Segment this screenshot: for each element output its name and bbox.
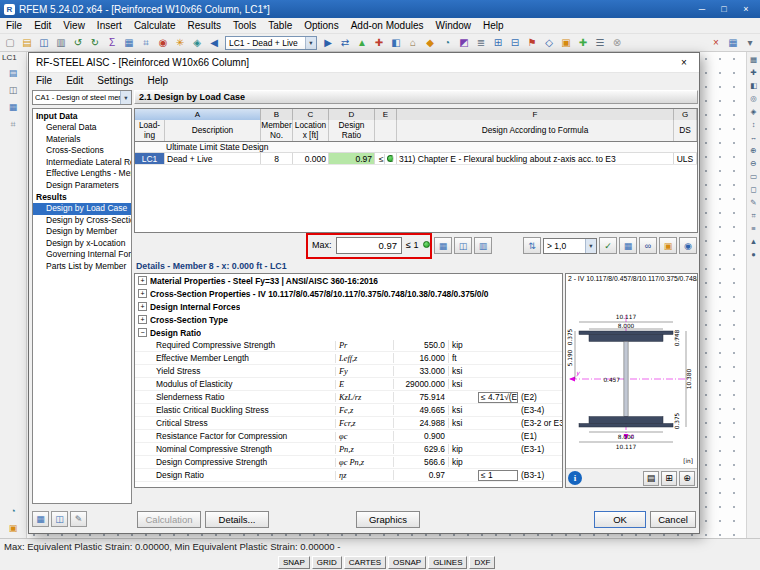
cancel-button[interactable]: Cancel — [650, 511, 696, 528]
tables-icon[interactable]: ▦ — [121, 35, 137, 50]
swap-icon[interactable]: ⇄ — [337, 35, 353, 50]
nav-item[interactable]: Design by Load Case — [33, 203, 131, 215]
status-toggle[interactable]: GRID — [312, 556, 342, 569]
print-icon[interactable]: ▥ — [53, 35, 69, 50]
cell-loading[interactable]: LC1 — [135, 153, 165, 164]
details-row[interactable]: Modulus of Elasticity E 29000.000 ksi — [135, 378, 562, 391]
details-group-row[interactable]: + Cross-Section Properties - IV 10.117/8… — [135, 287, 562, 300]
details-row[interactable]: Effective Member Length Leff,z 16.000 ft — [135, 352, 562, 365]
isometric-view-icon[interactable]: ◎ — [748, 93, 760, 104]
result-diagram-icon[interactable]: ▥ — [474, 237, 492, 254]
details-row[interactable]: Design Compressive Strength φc Pn,z 566.… — [135, 456, 562, 469]
zoom-window-icon[interactable]: ▦ — [748, 54, 760, 65]
details-button[interactable]: Details... — [205, 511, 269, 528]
pan-vertical-icon[interactable]: ↕ — [748, 119, 760, 130]
nav-root-input-data[interactable]: Input Data — [33, 110, 131, 122]
relation-scale-icon[interactable]: ◫ — [454, 237, 472, 254]
details-row[interactable]: Slenderness Ratio KzL/rz 75.914 ≤ 4.71√(… — [135, 391, 562, 404]
filter-table-icon[interactable]: ▦ — [619, 237, 637, 254]
add-module-icon[interactable]: ✚ — [371, 35, 387, 50]
cell-description[interactable]: Dead + Live — [165, 153, 261, 164]
menu-item[interactable]: Window — [430, 19, 478, 32]
select-box-icon[interactable]: ▭ — [748, 171, 760, 182]
menu-item[interactable]: Edit — [28, 19, 57, 32]
tables-toggle-icon[interactable]: ▦ — [6, 100, 21, 114]
view-3d-icon[interactable]: ◈ — [189, 35, 205, 50]
expander-icon[interactable]: − — [138, 328, 147, 337]
column-letter[interactable]: B — [261, 109, 293, 120]
view-xy-icon[interactable]: ◧ — [748, 80, 760, 91]
project-navigator-icon[interactable]: ▤ — [6, 66, 21, 80]
table-icon[interactable]: ▦ — [725, 35, 741, 50]
dialog-menu-item[interactable]: Help — [141, 75, 176, 86]
dialog-menu-item[interactable]: File — [29, 75, 59, 86]
details-row[interactable]: Critical Stress Fcr,z 24.988 ksi (E3-2 o… — [135, 417, 562, 430]
calculate-icon[interactable]: Σ — [104, 35, 120, 50]
layer-icon[interactable]: ▣ — [6, 521, 21, 535]
show-deformation-icon[interactable]: ▲ — [354, 35, 370, 50]
maximize-button[interactable]: □ — [714, 2, 734, 16]
status-toggle[interactable]: SNAP — [278, 556, 310, 569]
zoom-section-icon[interactable]: ⊕ — [679, 471, 695, 486]
max-value-field[interactable]: 0.97 — [336, 237, 402, 254]
menu-item[interactable]: Options — [298, 19, 344, 32]
column-letter[interactable]: C — [293, 109, 329, 120]
details-group-row[interactable]: + Design Internal Forces — [135, 300, 562, 313]
layers-icon[interactable]: ☰ — [592, 35, 608, 50]
pan-horizontal-icon[interactable]: ↔ — [748, 132, 760, 143]
orient-icon[interactable]: ▲ — [748, 236, 760, 247]
zoom-in-view-icon[interactable]: ⊕ — [748, 145, 760, 156]
menu-item[interactable]: Insert — [91, 19, 128, 32]
results-icon[interactable]: ◉ — [155, 35, 171, 50]
more-icon[interactable]: ▾ — [742, 35, 758, 50]
expander-icon[interactable]: + — [138, 315, 147, 324]
details-group-row[interactable]: + Cross-Section Type — [135, 313, 562, 326]
menu-item[interactable]: Table — [262, 19, 298, 32]
grid-toggle-icon[interactable]: ⌗ — [6, 117, 21, 131]
save-icon[interactable]: ◫ — [36, 35, 52, 50]
details-row[interactable]: Design Ratio ηz 0.97 ≤ 1 (B3-1) — [135, 469, 562, 482]
glasses-icon[interactable]: ∞ — [639, 237, 657, 254]
menu-item[interactable]: File — [0, 19, 28, 32]
clear-selection-icon[interactable]: ◻ — [748, 184, 760, 195]
redo-icon[interactable]: ↻ — [87, 35, 103, 50]
design-case-combo[interactable]: CA1 - Design of steel members ▾ — [32, 90, 132, 105]
cell-design-ratio[interactable]: 0.97 — [329, 153, 375, 164]
selection-icon[interactable]: ▣ — [558, 35, 574, 50]
next-load-case-icon[interactable]: ▶ — [320, 35, 336, 50]
display-list-icon[interactable]: ≡ — [748, 223, 760, 234]
colored-results-icon[interactable]: ▦ — [434, 237, 452, 254]
column-letter[interactable]: A — [135, 109, 261, 120]
render-icon[interactable]: ✳ — [172, 35, 188, 50]
nav-item[interactable]: Design by Member — [33, 226, 131, 238]
details-row[interactable]: Nominal Compressive Strength Pn,z 629.6 … — [135, 443, 562, 456]
move-view-icon[interactable]: ✚ — [748, 67, 760, 78]
details-group-row[interactable]: − Design Ratio — [135, 326, 562, 339]
expander-icon[interactable]: + — [138, 289, 147, 298]
status-toggle[interactable]: CARTES — [344, 556, 386, 569]
open-icon[interactable]: ▤ — [19, 35, 35, 50]
new-file-icon[interactable]: ▢ — [2, 35, 18, 50]
nav-item[interactable]: Design Parameters — [33, 180, 131, 192]
minimize-button[interactable]: ─ — [692, 2, 712, 16]
clock-icon[interactable]: ◔ — [439, 35, 455, 50]
column-letter[interactable]: F — [397, 109, 674, 120]
cell-member[interactable]: 8 — [261, 153, 293, 164]
dialog-close-icon[interactable]: × — [669, 53, 699, 72]
ok-button[interactable]: OK — [594, 511, 646, 528]
zoom-out-view-icon[interactable]: ⊖ — [748, 158, 760, 169]
details-row[interactable]: Elastic Critical Buckling Stress Fe,z 49… — [135, 404, 562, 417]
nav-root-results[interactable]: Results — [33, 191, 131, 203]
previous-load-case-icon[interactable]: ◀ — [206, 35, 222, 50]
home-view-icon[interactable]: ⌂ — [405, 35, 421, 50]
dialog-menu-item[interactable]: Settings — [90, 75, 140, 86]
annotate-icon[interactable]: ✎ — [748, 197, 760, 208]
nav-item[interactable]: Parts List by Member — [33, 261, 131, 273]
cell-formula[interactable]: 311) Chapter E - Flexural buckling about… — [397, 153, 674, 164]
perspective-icon[interactable]: ◈ — [748, 106, 760, 117]
panel-toggle-icon[interactable]: ◫ — [6, 83, 21, 97]
cell-ds[interactable]: ULS — [674, 153, 697, 164]
close-view-icon[interactable]: ⊗ — [609, 35, 625, 50]
cell-location[interactable]: 0.000 — [293, 153, 329, 164]
status-toggle[interactable]: GLINES — [428, 556, 467, 569]
